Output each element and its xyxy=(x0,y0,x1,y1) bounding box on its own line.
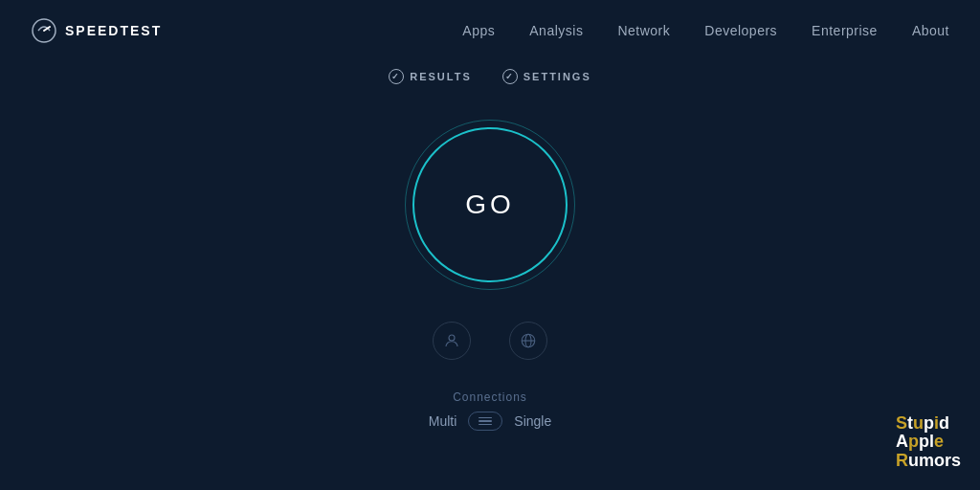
logo-text: SPEEDTEST xyxy=(65,23,162,38)
speedtest-logo-icon xyxy=(31,17,57,44)
sub-nav-results[interactable]: ✓ RESULTS xyxy=(389,69,472,84)
nav-about[interactable]: About xyxy=(912,23,949,38)
sub-nav-settings[interactable]: ✓ SETTINGS xyxy=(502,69,591,84)
toggle-lines-icon xyxy=(479,417,492,426)
nav-enterprise[interactable]: Enterprise xyxy=(812,23,878,38)
globe-icon-button[interactable] xyxy=(509,322,547,360)
settings-check-icon: ✓ xyxy=(502,69,518,84)
toggle-line-1 xyxy=(479,417,492,419)
connections-section: Connections Multi Single xyxy=(429,390,551,431)
watermark: Stupid Apple Rumors xyxy=(896,414,961,471)
connections-toggle-switch[interactable] xyxy=(468,412,502,431)
single-label: Single xyxy=(514,413,551,429)
nav-developers[interactable]: Developers xyxy=(704,23,777,38)
connections-toggle: Multi Single xyxy=(429,412,551,431)
action-icons xyxy=(433,322,547,360)
svg-point-2 xyxy=(449,335,455,341)
nav-analysis[interactable]: Analysis xyxy=(529,23,583,38)
logo[interactable]: SPEEDTEST xyxy=(31,17,162,44)
main-nav: Apps Analysis Network Developers Enterpr… xyxy=(462,23,949,38)
sub-nav: ✓ RESULTS ✓ SETTINGS xyxy=(0,61,980,100)
nav-network[interactable]: Network xyxy=(617,23,670,38)
user-icon xyxy=(443,332,460,349)
header: SPEEDTEST Apps Analysis Network Develope… xyxy=(0,0,980,61)
go-button-container[interactable]: GO xyxy=(404,119,576,291)
user-icon-button[interactable] xyxy=(433,322,471,360)
settings-label: SETTINGS xyxy=(523,71,591,82)
results-label: RESULTS xyxy=(410,71,472,82)
results-check-icon: ✓ xyxy=(389,69,404,84)
connections-label: Connections xyxy=(453,390,527,404)
main-content: GO Connections Multi xyxy=(0,100,980,431)
toggle-line-3 xyxy=(479,424,492,426)
go-button-label: GO xyxy=(465,189,515,220)
multi-label: Multi xyxy=(429,413,457,429)
globe-icon xyxy=(520,332,537,349)
toggle-line-2 xyxy=(479,420,492,422)
go-button[interactable]: GO xyxy=(419,134,561,276)
nav-apps[interactable]: Apps xyxy=(462,23,495,38)
